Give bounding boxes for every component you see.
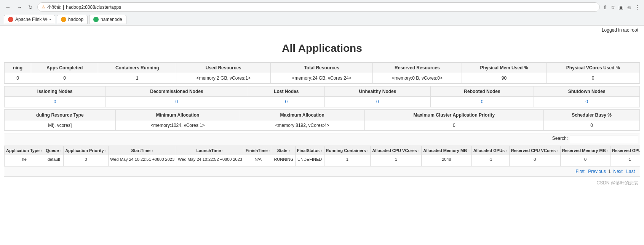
val-containers-running: 1 (98, 73, 176, 83)
apps-table-wrapper: Application Type ↕ Queue ↕ Application P… (4, 146, 640, 167)
val-commissioning[interactable]: 0 (5, 97, 105, 107)
th-app-priority[interactable]: Application Priority ↕ (64, 146, 109, 155)
tab-namenode[interactable]: namenode (89, 15, 126, 24)
page-content: Logged in as: root All Applications ning… (0, 26, 644, 189)
pagination-current: 1 (608, 169, 611, 174)
pagination-previous[interactable]: Previous (588, 169, 606, 174)
cell-alloc-gpus: -1 (471, 155, 509, 166)
pagination-next[interactable]: Next (613, 169, 623, 174)
browser-chrome: ← → ↻ ⚠ 不安全 | hadoop2:8088/cluster/apps … (0, 0, 644, 26)
th-queue[interactable]: Queue ↕ (44, 146, 64, 155)
cell-res-gpus: -1 (610, 155, 640, 166)
address-separator: | (63, 5, 64, 10)
cell-alloc-cpu: 1 (371, 155, 422, 166)
val-apps-completed: 0 (31, 73, 98, 83)
th-state[interactable]: State ↕ (272, 146, 295, 155)
share-icon[interactable]: ⇧ (603, 4, 607, 10)
sort-res-cpu-icon: ↕ (557, 149, 559, 153)
browser-toolbar: ← → ↻ ⚠ 不安全 | hadoop2:8088/cluster/apps … (0, 0, 644, 14)
cell-final-status: UNDEFINED (295, 155, 324, 166)
th-start-time[interactable]: StartTime ↕ (109, 146, 176, 155)
val-shutdown[interactable]: 0 (534, 97, 640, 107)
th-alloc-gpus[interactable]: Allocated GPUs ↕ (471, 146, 509, 155)
scheduler-stats-table-wrapper: duling Resource Type Minimum Allocation … (4, 109, 640, 131)
sort-final-icon: ↕ (321, 149, 323, 153)
cell-app-type: he (5, 155, 44, 166)
back-button[interactable]: ← (4, 3, 12, 11)
sort-start-icon: ↕ (152, 149, 153, 153)
th-running-containers[interactable]: Running Containers ↕ (324, 146, 371, 155)
pagination: First Previous 1 Next Last (4, 167, 640, 177)
th-alloc-cpu[interactable]: Allocated CPU VCores ↕ (371, 146, 422, 155)
browser-actions: ⇧ ☆ ▣ ☺ ⋮ (603, 4, 640, 10)
cell-queue: default (44, 155, 64, 166)
val-lost[interactable]: 0 (248, 97, 324, 107)
th-res-gpus[interactable]: Reserved GPUs ↕ (610, 146, 640, 155)
col-reserved-resources: Reserved Resources (373, 63, 462, 73)
search-label: Search: (552, 136, 568, 143)
col-total-resources: Total Resources (271, 63, 373, 73)
col-shutdown: Shutdown Nodes (534, 86, 640, 97)
col-max-priority: Maximum Cluster Application Priority (364, 110, 543, 120)
sort-alloc-mem-icon: ↕ (468, 149, 470, 153)
cell-state: RUNNING (272, 155, 295, 166)
cell-finish-time: N/A (244, 155, 272, 166)
window-icon[interactable]: ▣ (618, 4, 623, 10)
col-phys-vcores: Physical VCores Used % (547, 63, 640, 73)
val-phys-mem: 90 (462, 73, 547, 83)
val-running: 0 (5, 73, 31, 83)
flink-favicon (8, 17, 13, 22)
pagination-first[interactable]: First (576, 169, 585, 174)
logged-in-label: Logged in as: root (0, 26, 644, 35)
val-sched-type: Mi), vcores] (5, 120, 116, 131)
val-phys-vcores: 0 (547, 73, 640, 83)
th-launch-time[interactable]: LaunchTime ↕ (176, 146, 244, 155)
forward-button[interactable]: → (15, 3, 24, 11)
cell-res-mem: 0 (560, 155, 610, 166)
tab-hadoop-label: hadoop (68, 17, 83, 22)
tab-hadoop[interactable]: hadoop (57, 15, 88, 24)
val-decommissioned[interactable]: 0 (105, 97, 248, 107)
tab-namenode-label: namenode (101, 17, 122, 22)
th-alloc-mem[interactable]: Allocated Memory MB ↕ (422, 146, 471, 155)
val-sched-busy: 0 (543, 120, 639, 131)
menu-icon[interactable]: ⋮ (635, 4, 640, 10)
bookmark-icon[interactable]: ☆ (610, 4, 615, 10)
sort-running-icon: ↕ (367, 149, 369, 153)
nodes-stats-table: issioning Nodes Decommissioned Nodes Los… (4, 86, 640, 107)
th-res-cpu[interactable]: Reserved CPU VCores ↕ (509, 146, 560, 155)
namenode-favicon (93, 17, 99, 22)
th-res-mem[interactable]: Reserved Memory MB ↕ (560, 146, 610, 155)
th-final-status[interactable]: FinalStatus ↕ (295, 146, 324, 155)
col-used-resources: Used Resources (176, 63, 271, 73)
tab-flink[interactable]: Apache Flink W··· (4, 15, 55, 24)
scheduler-stats-table: duling Resource Type Minimum Allocation … (4, 110, 640, 131)
app-stats-table: ning Apps Completed Containers Running U… (4, 62, 640, 83)
sort-alloc-cpu-icon: ↕ (418, 149, 420, 153)
nodes-stats-table-wrapper: issioning Nodes Decommissioned Nodes Los… (4, 86, 640, 107)
th-app-type[interactable]: Application Type ↕ (5, 146, 44, 155)
sort-res-mem-icon: ↕ (607, 149, 609, 153)
reload-button[interactable]: ↻ (27, 3, 34, 11)
search-input[interactable] (570, 136, 638, 143)
val-unhealthy[interactable]: 0 (325, 97, 431, 107)
th-finish-time[interactable]: FinishTime ↕ (244, 146, 272, 155)
tab-flink-label: Apache Flink W··· (15, 17, 51, 22)
hadoop-favicon (61, 17, 66, 22)
cell-running-containers: 1 (324, 155, 371, 166)
col-commissioning: issioning Nodes (5, 86, 105, 97)
profile-icon[interactable]: ☺ (626, 4, 632, 10)
col-sched-type: duling Resource Type (5, 110, 116, 120)
cell-alloc-mem: 2048 (422, 155, 471, 166)
val-rebooted[interactable]: 0 (430, 97, 534, 107)
address-bar[interactable]: ⚠ 不安全 | hadoop2:8088/cluster/apps (37, 2, 600, 12)
col-min-alloc: Minimum Allocation (115, 110, 240, 120)
sort-priority-icon: ↕ (105, 149, 107, 153)
security-label: 不安全 (47, 4, 61, 10)
pagination-last[interactable]: Last (626, 169, 635, 174)
col-decommissioned: Decommissioned Nodes (105, 86, 248, 97)
table-row: he default 0 Wed May 24 10:22:51 +0800 2… (5, 155, 641, 166)
col-lost: Lost Nodes (248, 86, 324, 97)
val-max-priority: 0 (364, 120, 543, 131)
val-min-alloc: <memory:1024, vCores:1> (115, 120, 240, 131)
